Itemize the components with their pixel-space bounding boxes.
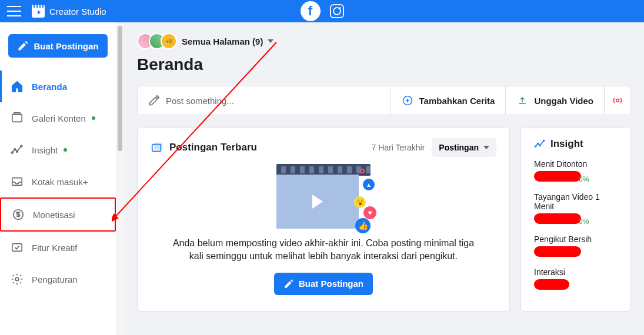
home-icon [11,80,24,93]
compose-icon [283,279,294,289]
sidebar-item-label: Kotak masuk+ [32,177,88,187]
insight-title: Insight [534,138,618,150]
sidebar-item-label: Beranda [32,82,67,92]
page-selector-label: Semua Halaman (9) [182,36,263,46]
metric-label: Interaksi [534,267,618,277]
sidebar-item-beranda[interactable]: Beranda [0,71,116,102]
redacted-value [534,279,569,290]
facebook-tab[interactable]: f [301,1,321,21]
svg-rect-1 [14,113,21,115]
scrollbar[interactable] [116,22,124,335]
svg-rect-6 [12,178,22,186]
instagram-tab[interactable] [330,4,344,18]
svg-point-17 [543,140,545,142]
svg-rect-0 [12,115,22,122]
menu-toggle-icon[interactable] [7,6,21,16]
platform-switcher: f [301,1,344,21]
notification-dot-icon [64,148,67,152]
svg-point-5 [21,145,22,147]
upload-video-label: Unggah Video [534,96,593,106]
empty-compose-button[interactable]: Buat Postingan [274,273,373,295]
recent-posts-card: Postingan Terbaru 7 Hari Terakhir Postin… [137,127,510,311]
metric-pct: 0% [579,175,589,183]
insight-card: Insight Menit Ditonton 0% Tayangan Video… [520,127,631,311]
sidebar-item-kotak-masuk[interactable]: Kotak masuk+ [0,166,116,197]
dropdown-label: Postingan [439,143,479,152]
sidebar-item-fitur-kreatif[interactable]: Fitur Kreatif [0,232,116,263]
svg-rect-8 [12,244,22,252]
metric-label: Tayangan Video 1 Menit [534,192,618,211]
avatar-more-count: +8 [165,38,172,45]
svg-point-14 [535,146,536,148]
facebook-icon: f [308,4,312,19]
svg-point-15 [537,143,539,145]
metric-pct: 0% [579,217,589,226]
brand[interactable]: Creator Studio [32,5,106,18]
sidebar-item-label: Pengaturan [32,274,78,284]
page-selector[interactable]: +8 Semua Halaman (9) [137,33,631,49]
empty-state-text: Anda belum memposting video akhir-akhir … [171,237,476,263]
redacted-value [534,171,581,182]
metric-row[interactable]: Interaksi [534,267,618,292]
compose-button[interactable]: Buat Postingan [8,34,108,58]
svg-point-9 [15,277,19,281]
chevron-down-icon [268,39,273,43]
metric-label: Pengikut Bersih [534,235,618,244]
plus-circle-icon [402,95,413,106]
insight-icon [534,138,546,150]
upload-icon [516,95,528,106]
svg-rect-13 [154,143,163,150]
svg-point-2 [11,152,13,153]
action-bar: Post something... Tambahkan Cerita Ungga… [137,86,631,115]
sidebar-item-label: Fitur Kreatif [32,243,78,253]
chevron-down-icon [483,146,489,149]
empty-compose-label: Buat Postingan [299,279,363,289]
sidebar-item-label: Galeri Konten [32,113,86,123]
metric-row[interactable]: Pengikut Bersih [534,235,618,259]
page-title: Beranda [137,55,631,74]
add-story-button[interactable]: Tambahkan Cerita [391,86,506,115]
golive-icon [612,95,623,106]
insight-icon [11,143,24,156]
upload-video-button[interactable]: Unggah Video [505,86,604,115]
dollar-icon [12,208,25,221]
go-live-button[interactable] [604,86,630,115]
sidebar-item-insight[interactable]: Insight [0,134,116,166]
posts-icon [151,141,163,154]
post-something-button[interactable]: Post something... [138,86,391,115]
sidebar-item-label: Monetisasi [33,210,75,220]
post-something-label: Post something... [166,96,234,106]
add-story-label: Tambahkan Cerita [419,96,495,106]
brand-title: Creator Studio [49,6,106,16]
metric-label: Menit Ditonton [534,159,618,169]
sidebar-item-pengaturan[interactable]: Pengaturan [0,263,116,295]
compose-icon [17,40,29,52]
redacted-value [534,213,581,224]
creator-studio-icon [32,5,45,18]
svg-point-11 [616,99,619,102]
inbox-icon [11,175,24,188]
compose-label: Buat Postingan [34,41,98,51]
sidebar-item-monetisasi[interactable]: Monetisasi [0,197,116,232]
main-content: +8 Semua Halaman (9) Beranda Post someth… [124,22,644,335]
video-illustration: ▲ 😮 ♥ 👍 [271,164,376,229]
metric-row[interactable]: Tayangan Video 1 Menit 0% [534,192,618,226]
gear-icon [11,273,24,286]
metric-row[interactable]: Menit Ditonton 0% [534,159,618,184]
sidebar-item-label: Insight [32,145,58,155]
gallery-icon [11,112,24,125]
notification-dot-icon [92,116,95,120]
date-range-label: 7 Hari Terakhir [372,143,425,152]
top-bar: Creator Studio f [0,0,644,22]
avatar-more: +8 [161,33,177,49]
redacted-value [534,246,581,257]
scroll-thumb[interactable] [118,26,122,151]
sidebar-item-galeri-konten[interactable]: Galeri Konten [0,102,116,134]
creative-icon [11,241,24,254]
recent-posts-title: Postingan Terbaru [151,141,257,154]
avatar-stack: +8 [137,33,177,49]
compose-icon [148,95,160,106]
svg-point-16 [539,145,540,146]
empty-state: ▲ 😮 ♥ 👍 Anda belum memposting video akhi… [151,164,496,295]
post-type-dropdown[interactable]: Postingan [432,138,496,157]
